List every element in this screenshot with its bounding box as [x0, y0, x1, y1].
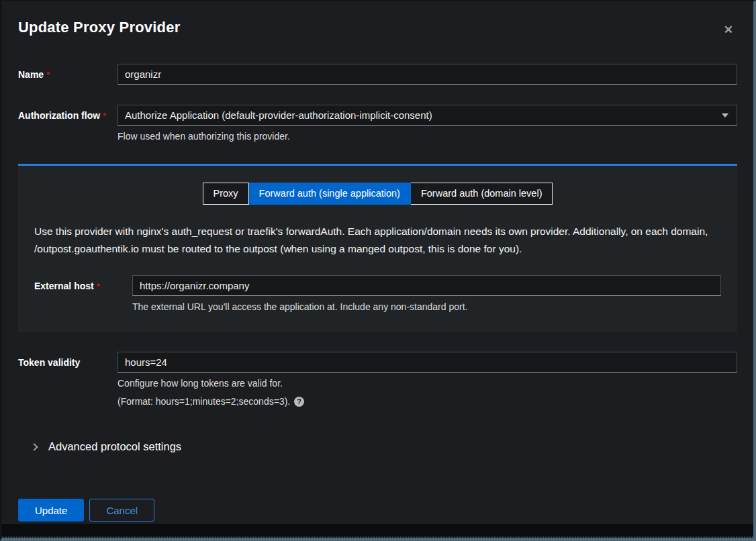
modal-title: Update Proxy Provider: [18, 19, 180, 36]
advanced-protocol-settings-expander[interactable]: Advanced protocol settings: [32, 440, 737, 453]
token-validity-row: Token validity Configure how long tokens…: [18, 352, 737, 407]
external-host-label: External host*: [34, 281, 100, 291]
authorization-flow-help: Flow used when authorizing this provider…: [117, 130, 737, 144]
proxy-mode-toggle-group: Proxy Forward auth (single application) …: [34, 183, 721, 205]
name-control-cell: [117, 64, 737, 85]
token-validity-format-help: (Format: hours=1;minutes=2;seconds=3). ?: [117, 396, 737, 407]
modal-header: Update Proxy Provider ✕: [18, 19, 737, 40]
name-label-cell: Name*: [18, 64, 117, 85]
cancel-button[interactable]: Cancel: [89, 499, 154, 522]
name-input[interactable]: [117, 64, 737, 85]
advanced-protocol-settings-label: Advanced protocol settings: [48, 440, 181, 453]
forward-auth-description: Use this provider with nginx's auth_requ…: [34, 223, 721, 258]
name-label-text: Name: [18, 69, 44, 80]
authorization-flow-label-text: Authorization flow: [18, 110, 100, 121]
token-validity-control-cell: Configure how long tokens are valid for.…: [117, 352, 737, 407]
token-validity-label: Token validity: [18, 357, 80, 368]
close-icon[interactable]: ✕: [720, 20, 737, 40]
token-validity-format-text: (Format: hours=1;minutes=2;seconds=3).: [117, 396, 290, 407]
name-label: Name*: [18, 69, 50, 80]
external-host-label-cell: External host*: [34, 275, 132, 314]
page-background-strip: [2, 524, 753, 538]
authorization-flow-label-cell: Authorization flow*: [18, 105, 117, 144]
authorization-flow-label: Authorization flow*: [18, 110, 106, 121]
external-host-row: External host* The external URL you'll a…: [34, 275, 721, 314]
browser-window: Update Proxy Provider ✕ Name* Authorizat…: [0, 0, 756, 541]
toggle-forward-auth-single-application[interactable]: Forward auth (single application): [249, 183, 411, 205]
authorization-flow-control-cell: Authorize Application (default-provider-…: [117, 105, 737, 144]
toggle-proxy[interactable]: Proxy: [203, 183, 249, 205]
update-proxy-provider-modal: Update Proxy Provider ✕ Name* Authorizat…: [2, 1, 753, 524]
authorization-flow-row: Authorization flow* Authorize Applicatio…: [18, 105, 737, 144]
modal-footer: Update Cancel: [18, 499, 737, 522]
token-validity-help: Configure how long tokens are valid for.: [117, 377, 737, 391]
chevron-right-icon: [30, 443, 38, 450]
external-host-help: The external URL you'll access the appli…: [132, 301, 721, 314]
token-validity-label-cell: Token validity: [18, 352, 117, 407]
update-button[interactable]: Update: [18, 499, 84, 522]
required-asterisk: *: [97, 281, 100, 291]
required-asterisk: *: [103, 111, 106, 121]
external-host-control-cell: The external URL you'll access the appli…: [132, 275, 721, 314]
name-field-row: Name*: [18, 64, 737, 85]
chevron-down-icon: [722, 113, 728, 117]
proxy-mode-card: Proxy Forward auth (single application) …: [18, 164, 737, 332]
external-host-label-text: External host: [34, 281, 94, 291]
authorization-flow-select[interactable]: Authorize Application (default-provider-…: [117, 105, 737, 126]
external-host-input[interactable]: [132, 275, 721, 296]
help-question-icon[interactable]: ?: [294, 397, 304, 407]
required-asterisk: *: [46, 70, 50, 80]
token-validity-input[interactable]: [117, 352, 737, 373]
toggle-forward-auth-domain-level[interactable]: Forward auth (domain level): [411, 183, 553, 205]
token-validity-label-text: Token validity: [18, 357, 80, 368]
authorization-flow-selected-value: Authorize Application (default-provider-…: [125, 109, 432, 121]
